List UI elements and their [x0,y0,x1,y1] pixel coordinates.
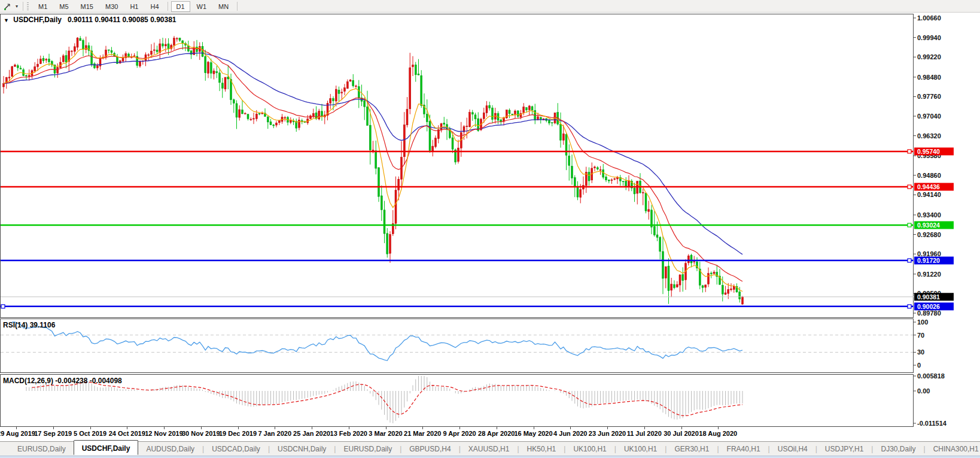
toolbar-grip-handle[interactable] [27,2,29,10]
time-tick [607,427,608,429]
time-tick [681,427,682,429]
svg-text:0.91220: 0.91220 [917,271,941,278]
svg-text:0.98480: 0.98480 [917,74,941,81]
time-tick [90,427,91,429]
tab-usoil-h4[interactable]: USOil,H4 [770,443,815,455]
timeframe-button-d1[interactable]: D1 [171,1,190,12]
svg-text:70: 70 [917,332,924,339]
horizontal-line-0.91720[interactable]: 0.91720 [1,257,954,265]
rsi-line [12,322,742,360]
time-tick [422,427,423,429]
svg-text:0.00: 0.00 [917,387,930,395]
tab-dj30-daily[interactable]: DJ30,Daily [873,443,923,455]
svg-text:-0.011514: -0.011514 [917,420,947,427]
chart-title: ▼ USDCHF,Daily 0.90111 0.90411 0.90085 0… [4,16,176,24]
panel-border [1,375,914,427]
horizontal-line-0.94436[interactable]: 0.94436 [1,183,954,191]
time-tick [718,427,719,429]
chart-symbol-period: USDCHF,Daily [13,16,62,24]
time-tick [497,427,497,429]
timeframe-button-m15[interactable]: M15 [75,1,99,12]
macd-histogram [26,376,742,423]
tab-xauusd-h1[interactable]: XAUUSD,H1 [461,443,518,455]
svg-text:100: 100 [917,319,928,326]
tab-hk50-h1[interactable]: HK50,H1 [519,443,564,455]
mt4-window: ▾ M1M5M15M30H1H4D1W1MN 1.006600.999400.9… [0,0,980,458]
svg-text:0.91720: 0.91720 [917,257,940,264]
ma-mid-line [4,48,742,281]
svg-text:0.94140: 0.94140 [917,191,941,198]
time-label: 18 Aug 2020 [691,430,745,437]
chart-tab-bar: EURUSD,DailyUSDCHF,DailyAUDUSD,Daily|USD… [0,441,980,456]
tab-eurusd-daily[interactable]: EURUSD,Daily [336,443,400,455]
tab-gbpusd-h4[interactable]: GBPUSD,H4 [401,443,458,455]
tab-fra40-h1[interactable]: FRA40,H1 [719,443,768,455]
svg-text:0.97760: 0.97760 [917,93,941,100]
svg-text:0.99220: 0.99220 [917,53,941,60]
tab-ger30-h1[interactable]: GER30,H1 [666,443,717,455]
tab-usdcad-daily[interactable]: USDCAD,Daily [204,443,268,455]
tab-audusd-daily[interactable]: AUDUSD,Daily [138,443,202,455]
ma-fast-line [4,43,742,291]
timeframe-button-h4[interactable]: H4 [145,1,164,12]
candles [3,36,744,305]
timeframe-buttons: M1M5M15M30H1H4D1W1MN [32,1,240,11]
horizontal-line-0.90026[interactable]: 0.90026 [1,302,954,310]
timeframe-button-mn[interactable]: MN [213,1,234,12]
time-scale[interactable]: 29 Aug 201917 Sep 20195 Oct 201924 Oct 2… [0,427,980,441]
chart-area[interactable]: 1.006600.999400.992200.984800.977600.970… [0,13,980,427]
svg-text:0.96320: 0.96320 [917,132,941,139]
chart-ohlc-values: 0.90111 0.90411 0.90085 0.90381 [68,16,176,24]
timeframe-toolbar: ▾ M1M5M15M30H1H4D1W1MN [0,0,980,13]
timeframe-button-m1[interactable]: M1 [33,1,53,12]
time-tick [127,427,127,429]
horizontal-line-0.93024[interactable]: 0.93024 [1,222,954,229]
horizontal-line-0.95740[interactable]: 0.95740 [1,147,954,155]
time-tick [349,427,349,429]
time-tick [312,427,312,429]
svg-text:0.93400: 0.93400 [917,211,941,219]
timeframe-button-m5[interactable]: M5 [54,1,74,12]
time-tick [459,427,460,429]
time-tick [238,427,239,429]
svg-text:30: 30 [917,348,924,356]
tab-usdcnh-daily[interactable]: USDCNH,Daily [270,443,334,455]
svg-text:0.90026: 0.90026 [917,303,940,310]
svg-text:0: 0 [917,362,921,369]
tab-china300-h1[interactable]: CHINA300,H1 [926,443,980,455]
tab-uk100-h1[interactable]: UK100,H1 [565,443,614,455]
chart-title-collapse-icon[interactable]: ▼ [4,17,9,23]
time-tick [201,427,202,429]
svg-text:0.005818: 0.005818 [917,372,945,380]
ma-slow-line [4,53,742,254]
price-axis[interactable]: 1.006600.999400.992200.984800.977600.970… [914,14,941,317]
status-bar-edge [0,456,980,458]
toolbar-separator [168,2,168,11]
tab-uk100-h1[interactable]: UK100,H1 [616,443,665,455]
current-price-label: 0.90381 [914,293,954,301]
macd-panel: 0.0058180.00-0.011514 [26,372,947,427]
svg-text:0.89780: 0.89780 [917,310,941,317]
svg-text:1.00660: 1.00660 [917,14,941,22]
rsi-indicator-label: RSI(14) 39.1106 [3,321,55,329]
svg-text:0.90381: 0.90381 [917,293,940,301]
toolbar-separator [237,2,238,11]
tab-usdjpy-h1[interactable]: USDJPY,H1 [817,443,871,455]
timeframe-button-w1[interactable]: W1 [191,1,212,12]
tab-usdchf-daily[interactable]: USDCHF,Daily [74,440,139,455]
svg-text:0.97040: 0.97040 [917,113,941,120]
time-tick [570,427,571,429]
svg-text:0.94436: 0.94436 [917,183,940,190]
tab-eurusd-daily[interactable]: EURUSD,Daily [10,443,74,455]
timeframe-button-m30[interactable]: M30 [100,1,123,12]
svg-text:0.93024: 0.93024 [917,222,940,229]
svg-text:0.95740: 0.95740 [917,148,940,155]
rsi-panel: 10070300 [1,319,928,369]
macd-indicator-label: MACD(12,26,9) -0.004238 -0.004098 [3,377,122,385]
draw-tool-icon[interactable] [1,1,13,11]
time-tick [644,427,645,429]
timeframe-button-h1[interactable]: H1 [124,1,144,12]
time-tick [164,427,165,429]
tool-dropdown-caret-icon[interactable]: ▾ [13,4,20,9]
svg-text:0.94860: 0.94860 [917,172,941,179]
